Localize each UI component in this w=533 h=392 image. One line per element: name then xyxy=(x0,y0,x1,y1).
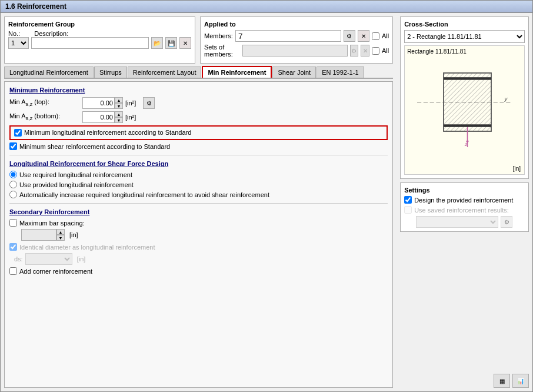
sets-settings-button[interactable]: ⚙ xyxy=(350,45,359,57)
min-top-settings-button[interactable]: ⚙ xyxy=(143,97,155,109)
radio-auto-row: Automatically increase required longitud… xyxy=(9,191,388,198)
min-top-up[interactable]: ▲ xyxy=(115,97,123,103)
no-select[interactable]: 1 xyxy=(8,37,29,49)
rg-field-row: 1 📂 💾 ✕ xyxy=(8,37,191,49)
cross-section-title: Cross-Section xyxy=(404,21,525,28)
ds-row: ds: [in] xyxy=(9,253,388,265)
svg-rect-4 xyxy=(444,77,491,80)
svg-rect-5 xyxy=(444,124,491,127)
description-input[interactable] xyxy=(31,37,149,49)
min-bottom-down[interactable]: ▼ xyxy=(115,117,123,123)
members-label: Members: xyxy=(204,32,233,39)
min-bottom-input[interactable] xyxy=(82,111,115,123)
max-spacing-input[interactable] xyxy=(21,229,56,241)
cross-section-select[interactable]: 2 - Rectangle 11.81/11.81 xyxy=(404,30,525,43)
applied-to-label: Applied to xyxy=(204,21,389,28)
max-spacing-up[interactable]: ▲ xyxy=(56,229,65,235)
corner-checkbox[interactable] xyxy=(9,267,17,275)
min-top-unit: [in²] xyxy=(125,99,136,107)
members-row: Members: ⚙ ✕ All xyxy=(204,30,389,42)
min-bottom-row: Min As,z (bottom): ▲ ▼ [in²] xyxy=(9,111,388,123)
min-shear-checkbox-group: Minimum shear reinforcement according to… xyxy=(9,142,388,150)
ds-label: ds: xyxy=(14,255,23,263)
min-bottom-label: Min As,z (bottom): xyxy=(9,112,80,121)
min-reinforcement-title: Minimum Reinforcement xyxy=(9,87,388,94)
radio-auto[interactable] xyxy=(9,191,17,198)
save-button[interactable]: 💾 xyxy=(165,37,177,49)
cross-section-box: Cross-Section 2 - Rectangle 11.81/11.81 … xyxy=(400,16,529,179)
saved-select[interactable] xyxy=(416,216,498,228)
ds-select[interactable] xyxy=(25,253,72,265)
no-row: No.: Description: xyxy=(8,30,191,37)
design-checkbox[interactable] xyxy=(404,196,412,204)
main-window: 1.6 Reinforcement Reinforcement Group No… xyxy=(0,0,533,392)
tab-layout[interactable]: Reinforcement Layout xyxy=(128,67,202,78)
tab-stirrups[interactable]: Stirrups xyxy=(94,67,127,78)
min-shear-checkbox[interactable] xyxy=(9,142,17,150)
identical-row: Identical diameter as longitudinal reinf… xyxy=(9,243,388,251)
right-panel: Cross-Section 2 - Rectangle 11.81/11.81 … xyxy=(397,13,532,391)
min-top-row: Min As,z (top): ▲ ▼ [in²] ⚙ xyxy=(9,97,388,109)
tab-longitudinal[interactable]: Longitudinal Reinforcement xyxy=(4,67,94,78)
min-top-down[interactable]: ▼ xyxy=(115,103,123,109)
members-delete-button[interactable]: ✕ xyxy=(358,30,369,42)
shear-force-title: Longitudinal Reinforcement for Shear For… xyxy=(9,160,388,167)
delete-button[interactable]: ✕ xyxy=(179,37,191,49)
min-bottom-input-group: ▲ ▼ xyxy=(82,111,123,123)
cross-section-display: Rectangle 11.81/11.81 xyxy=(404,45,525,175)
max-spacing-checkbox[interactable] xyxy=(9,219,17,227)
min-top-spinner: ▲ ▼ xyxy=(115,97,123,109)
chart-button[interactable]: 📊 xyxy=(512,374,529,388)
sets-all-checkbox[interactable] xyxy=(372,47,379,55)
max-spacing-row: Maximum bar spacing: xyxy=(9,219,388,227)
max-spacing-spinner: ▲ ▼ xyxy=(56,229,65,241)
saved-checkbox[interactable] xyxy=(404,206,412,214)
main-content-area: Minimum Reinforcement Min As,z (top): ▲ … xyxy=(4,81,393,388)
top-row: Reinforcement Group No.: Description: 1 … xyxy=(4,16,393,64)
all-checkbox[interactable] xyxy=(372,32,379,40)
radio-required-row: Use required longitudinal reinforcement xyxy=(9,171,388,178)
all-label: All xyxy=(382,32,389,39)
tab-en[interactable]: EN 1992-1-1 xyxy=(317,67,364,78)
folder-open-button[interactable]: 📂 xyxy=(151,37,163,49)
title-bar: 1.6 Reinforcement xyxy=(1,1,532,13)
identical-label: Identical diameter as longitudinal reinf… xyxy=(19,244,155,251)
max-spacing-down[interactable]: ▼ xyxy=(56,235,65,241)
sets-input[interactable] xyxy=(242,45,348,57)
table-button[interactable]: ▦ xyxy=(494,374,510,388)
cross-section-display-label: Rectangle 11.81/11.81 xyxy=(407,48,467,55)
min-top-label: Min As,z (top): xyxy=(9,98,80,107)
svg-text:y: y xyxy=(504,95,508,102)
shear-force-section: Longitudinal Reinforcement for Shear For… xyxy=(9,160,388,198)
tab-shear-joint[interactable]: Shear Joint xyxy=(272,67,316,78)
members-settings-button[interactable]: ⚙ xyxy=(344,30,355,42)
design-checkbox-row: Design the provided reinforcement xyxy=(404,196,525,204)
max-spacing-unit: [in] xyxy=(69,231,78,238)
description-label: Description: xyxy=(34,30,68,37)
min-long-label: Minimum longitudinal reinforcement accor… xyxy=(24,129,191,136)
left-panel: Reinforcement Group No.: Description: 1 … xyxy=(1,13,397,391)
sets-all-label: All xyxy=(382,47,389,54)
min-bottom-unit: [in²] xyxy=(125,114,136,121)
radio-provided[interactable] xyxy=(9,181,17,188)
tab-min-reinforcement[interactable]: Min Reinforcement xyxy=(202,66,272,78)
radio-required[interactable] xyxy=(9,171,17,178)
design-label: Design the provided reinforcement xyxy=(414,197,513,204)
window-title: 1.6 Reinforcement xyxy=(5,2,66,11)
saved-settings-button[interactable]: ⚙ xyxy=(501,216,512,228)
min-bottom-up[interactable]: ▲ xyxy=(115,111,123,117)
corner-row: Add corner reinforcement xyxy=(9,267,388,275)
tabs-bar: Longitudinal Reinforcement Stirrups Rein… xyxy=(4,66,393,79)
secondary-section: Secondary Reinforcement Maximum bar spac… xyxy=(9,208,388,275)
sets-delete-button[interactable]: ✕ xyxy=(361,45,369,57)
min-reinforcement-section: Minimum Reinforcement Min As,z (top): ▲ … xyxy=(9,87,388,150)
reinforcement-group-label: Reinforcement Group xyxy=(8,21,191,28)
no-label: No.: xyxy=(8,30,20,37)
min-long-checkbox[interactable] xyxy=(14,129,22,137)
min-top-input[interactable] xyxy=(82,97,115,109)
min-top-input-group: ▲ ▼ xyxy=(82,97,123,109)
settings-title: Settings xyxy=(404,187,525,194)
members-input[interactable] xyxy=(235,30,341,42)
identical-checkbox[interactable] xyxy=(9,243,17,251)
radio-provided-label: Use provided longitudinal reinforcement xyxy=(19,181,134,188)
